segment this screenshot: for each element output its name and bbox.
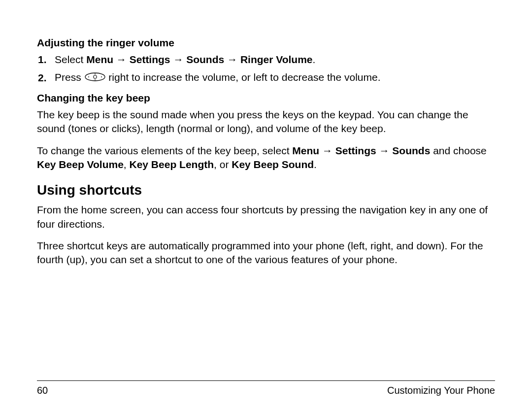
option-key-beep-sound: Key Beep Sound bbox=[232, 159, 314, 170]
step-1-prefix: Select bbox=[55, 54, 86, 65]
step-1-text: Select Menu → Settings → Sounds → Ringer… bbox=[55, 53, 315, 67]
svg-point-4 bbox=[88, 76, 89, 77]
page-footer: 60 Customizing Your Phone bbox=[37, 380, 495, 396]
step-2-prefix: Press bbox=[55, 71, 84, 83]
shortcuts-para-1: From the home screen, you can access fou… bbox=[37, 203, 495, 231]
key-beep-description: The key beep is the sound made when you … bbox=[37, 108, 495, 136]
step-1-suffix: . bbox=[313, 54, 316, 65]
key-beep-instructions: To change the various elements of the ke… bbox=[37, 144, 495, 172]
kb-text-g: , or bbox=[214, 159, 232, 170]
heading-key-beep: Changing the key beep bbox=[37, 92, 495, 104]
heading-ringer-volume: Adjusting the ringer volume bbox=[37, 37, 495, 49]
heading-using-shortcuts: Using shortcuts bbox=[37, 182, 495, 198]
step-1: 1. Select Menu → Settings → Sounds → Rin… bbox=[37, 53, 495, 67]
kb-text-e: , bbox=[124, 159, 130, 170]
kb-text-i: . bbox=[314, 159, 317, 170]
menu-path-key-beep: Menu → Settings → Sounds bbox=[292, 145, 430, 156]
step-2: 2. Press right to increase the volume, o… bbox=[37, 70, 495, 85]
svg-point-1 bbox=[93, 75, 96, 78]
step-2-text: Press right to increase the volume, or l… bbox=[55, 70, 380, 85]
menu-path-ringer: Menu → Settings → Sounds → Ringer Volume bbox=[86, 54, 312, 65]
shortcuts-para-2: Three shortcut keys are automatically pr… bbox=[37, 239, 495, 267]
page-number: 60 bbox=[37, 385, 48, 396]
step-2-suffix: right to increase the volume, or left to… bbox=[108, 71, 380, 83]
option-key-beep-length: Key Beep Length bbox=[130, 159, 214, 170]
svg-point-5 bbox=[101, 76, 102, 77]
svg-point-3 bbox=[95, 79, 96, 80]
kb-text-a: To change the various elements of the ke… bbox=[37, 145, 292, 156]
ringer-volume-steps: 1. Select Menu → Settings → Sounds → Rin… bbox=[37, 53, 495, 85]
page-content: Adjusting the ringer volume 1. Select Me… bbox=[37, 37, 495, 380]
footer-title: Customizing Your Phone bbox=[387, 385, 495, 396]
navigation-key-icon bbox=[84, 71, 106, 85]
step-number: 2. bbox=[38, 71, 49, 85]
kb-text-c: and choose bbox=[430, 145, 486, 156]
svg-point-2 bbox=[95, 73, 96, 74]
option-key-beep-volume: Key Beep Volume bbox=[37, 159, 124, 170]
step-number: 1. bbox=[38, 53, 49, 67]
